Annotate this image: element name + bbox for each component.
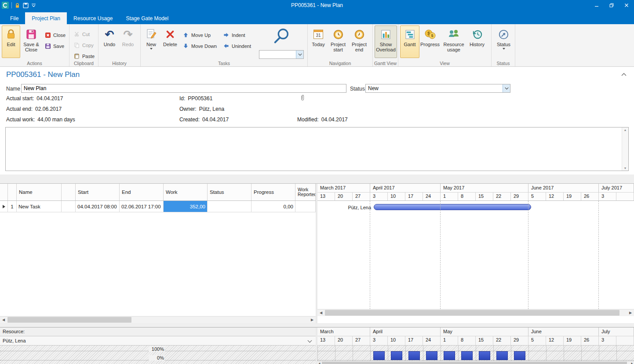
undo-button[interactable]: ↶ Undo bbox=[100, 25, 119, 58]
timeline-week-label: 5 bbox=[528, 193, 546, 200]
resource-week-header: 13202731017241815222951219263 bbox=[317, 336, 634, 346]
restore-button[interactable] bbox=[604, 0, 619, 11]
name-input[interactable] bbox=[21, 84, 346, 93]
timeline-week-label: 20 bbox=[335, 193, 353, 200]
grid-header-status[interactable]: Status bbox=[208, 184, 251, 200]
grid-horizontal-scrollbar[interactable]: ◀ ▶ bbox=[0, 316, 316, 323]
task-filter-dropdown-icon[interactable] bbox=[296, 51, 303, 58]
indent-icon bbox=[223, 32, 230, 38]
save-button[interactable]: Save bbox=[42, 41, 68, 51]
task-work-reported-cell[interactable] bbox=[295, 201, 316, 212]
modified-label: Modified: bbox=[297, 116, 319, 123]
attachment-icon[interactable] bbox=[300, 94, 305, 103]
task-work-cell[interactable]: 352,00 bbox=[164, 201, 208, 212]
qat-lock-icon[interactable] bbox=[15, 1, 20, 10]
row-selector-cell[interactable] bbox=[0, 201, 8, 212]
task-progress-cell[interactable]: 0,00 bbox=[251, 201, 295, 212]
timeline-week-label: 8 bbox=[458, 336, 476, 345]
scroll-down-icon[interactable]: ▼ bbox=[622, 167, 628, 170]
scrollbar-thumb[interactable] bbox=[325, 310, 619, 316]
project-start-button[interactable]: Project start bbox=[327, 25, 349, 58]
minimize-button[interactable] bbox=[589, 0, 604, 11]
resource-select[interactable]: Pütz, Lena bbox=[0, 336, 316, 346]
gantt-bar[interactable] bbox=[374, 204, 531, 210]
month-gridline bbox=[528, 201, 528, 309]
scrollbar-thumb[interactable] bbox=[322, 362, 627, 364]
grid-header-rownum[interactable] bbox=[8, 184, 17, 200]
grid-header-progress[interactable]: Progress bbox=[251, 184, 295, 200]
app-icon[interactable] bbox=[2, 1, 9, 10]
tab-file[interactable]: File bbox=[4, 12, 25, 24]
progress-button[interactable]: $$ Progress bbox=[419, 25, 441, 58]
scroll-left-icon[interactable]: ◀ bbox=[317, 361, 321, 364]
move-down-button[interactable]: Move Down bbox=[180, 41, 221, 51]
resource-select-dropdown-icon[interactable] bbox=[308, 339, 312, 343]
status-button[interactable]: Status bbox=[493, 25, 514, 58]
today-label: Today bbox=[312, 42, 324, 47]
scroll-right-icon[interactable]: ▶ bbox=[630, 361, 634, 364]
new-dropdown-arrow-icon[interactable] bbox=[150, 48, 153, 50]
grid-header-icon-col[interactable] bbox=[62, 184, 76, 200]
notes-textarea[interactable]: ▲ ▼ bbox=[5, 127, 629, 171]
ribbon-group-tasks: New Delete Move Up Move Down bbox=[141, 24, 308, 66]
grid-header-end[interactable]: End bbox=[120, 184, 164, 200]
status-dropdown-arrow-icon[interactable] bbox=[503, 48, 505, 50]
grid-header-start[interactable]: Start bbox=[76, 184, 120, 200]
grid-header-selector[interactable] bbox=[0, 184, 8, 200]
grid-header-work[interactable]: Work bbox=[164, 184, 208, 200]
history-button[interactable]: History bbox=[467, 25, 487, 58]
timeline-week-label: 29 bbox=[511, 336, 528, 345]
task-status-cell[interactable] bbox=[208, 201, 251, 212]
scroll-left-icon[interactable]: ◀ bbox=[0, 317, 7, 323]
search-icon[interactable] bbox=[272, 27, 291, 47]
task-start-cell[interactable]: 04.04.2017 08:00 bbox=[76, 201, 120, 212]
close-record-button[interactable]: Close bbox=[42, 30, 68, 40]
new-task-button[interactable]: New bbox=[142, 25, 160, 58]
paste-button[interactable]: Paste bbox=[71, 51, 97, 61]
scroll-left-icon[interactable]: ◀ bbox=[317, 309, 324, 316]
tab-stage-gate-model[interactable]: Stage Gate Model bbox=[119, 12, 175, 24]
gantt-horizontal-scrollbar[interactable]: ◀ ▶ bbox=[317, 309, 634, 316]
owner-label: Owner: bbox=[179, 106, 197, 112]
move-up-icon bbox=[182, 32, 189, 38]
status-select-dropdown-icon[interactable] bbox=[503, 84, 510, 92]
show-overload-button[interactable]: Show Overload bbox=[375, 25, 397, 58]
notes-vertical-scrollbar[interactable]: ▲ ▼ bbox=[622, 127, 628, 171]
task-name-cell[interactable]: New Task bbox=[17, 201, 62, 212]
qat-customize-icon[interactable] bbox=[31, 1, 36, 10]
task-grid-section: Name Start End Work Status Progress Work… bbox=[0, 183, 634, 323]
scroll-up-icon[interactable]: ▲ bbox=[622, 128, 628, 131]
close-button[interactable] bbox=[619, 0, 634, 11]
status-select[interactable]: New bbox=[365, 84, 510, 93]
tab-resource-usage[interactable]: Resource Usage bbox=[67, 12, 119, 24]
save-and-close-button[interactable]: Save & Close bbox=[20, 25, 42, 58]
today-button[interactable]: 31 Today bbox=[310, 25, 327, 58]
timeline-week-label: 22 bbox=[493, 336, 511, 345]
scroll-right-icon[interactable]: ▶ bbox=[309, 317, 316, 323]
unindent-button[interactable]: Unindent bbox=[221, 41, 257, 51]
row-number-cell[interactable]: 1 bbox=[8, 201, 17, 212]
task-end-cell[interactable]: 02.06.2017 17:00 bbox=[120, 201, 164, 212]
tab-project-plan[interactable]: Project Plan bbox=[25, 12, 67, 24]
resource-horizontal-scrollbar[interactable]: ◀ ▶ bbox=[317, 361, 634, 364]
copy-button[interactable]: Copy bbox=[71, 40, 97, 50]
delete-button[interactable]: Delete bbox=[160, 25, 180, 58]
scroll-right-icon[interactable]: ▶ bbox=[627, 309, 634, 316]
project-end-button[interactable]: Project end bbox=[349, 25, 369, 58]
modified-value: 04.04.2017 bbox=[321, 116, 348, 123]
indent-button[interactable]: Indent bbox=[221, 30, 257, 40]
resource-usage-button[interactable]: Resource usage bbox=[441, 25, 467, 58]
redo-button[interactable]: ↷ Redo bbox=[119, 25, 137, 58]
qat-save-icon[interactable] bbox=[23, 1, 29, 10]
task-icon-cell[interactable] bbox=[62, 201, 76, 212]
scrollbar-thumb[interactable] bbox=[7, 317, 131, 323]
grid-header-name[interactable]: Name bbox=[17, 184, 62, 200]
move-up-button[interactable]: Move Up bbox=[180, 30, 221, 40]
table-row[interactable]: 1 New Task 04.04.2017 08:00 02.06.2017 1… bbox=[0, 201, 316, 212]
collapse-chevron-icon[interactable] bbox=[620, 71, 628, 77]
cut-button[interactable]: Cut bbox=[71, 29, 97, 39]
task-filter-combobox[interactable] bbox=[259, 50, 304, 59]
grid-header-work-reported[interactable]: Work Reported bbox=[295, 184, 316, 200]
edit-button[interactable]: Edit bbox=[2, 25, 20, 58]
gantt-button[interactable]: Gantt bbox=[400, 25, 419, 58]
